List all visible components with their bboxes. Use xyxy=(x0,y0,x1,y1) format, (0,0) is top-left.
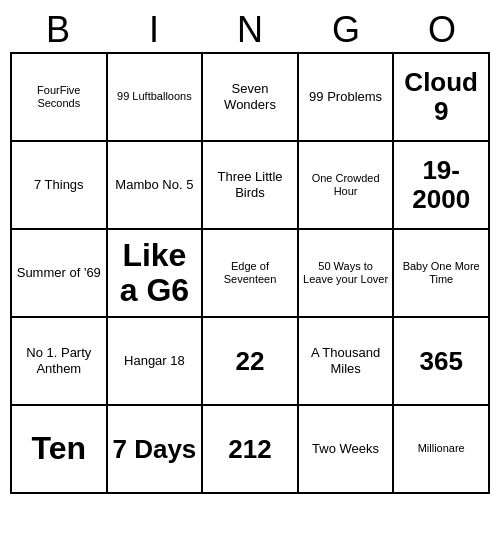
cell-17[interactable]: 22 xyxy=(203,318,299,406)
header-o: O xyxy=(394,8,490,52)
cell-3[interactable]: 99 Problems xyxy=(299,54,395,142)
header-b: B xyxy=(10,8,106,52)
cell-9[interactable]: 19-2000 xyxy=(394,142,490,230)
cell-10[interactable]: Summer of '69 xyxy=(12,230,108,318)
cell-1[interactable]: 99 Luftballoons xyxy=(108,54,204,142)
header-n: N xyxy=(202,8,298,52)
cell-21[interactable]: 7 Days xyxy=(108,406,204,494)
cell-0[interactable]: FourFive Seconds xyxy=(12,54,108,142)
cell-23[interactable]: Two Weeks xyxy=(299,406,395,494)
cell-5[interactable]: 7 Things xyxy=(12,142,108,230)
cell-22[interactable]: 212 xyxy=(203,406,299,494)
cell-13[interactable]: 50 Ways to Leave your Lover xyxy=(299,230,395,318)
cell-15[interactable]: No 1. Party Anthem xyxy=(12,318,108,406)
cell-7[interactable]: Three Little Birds xyxy=(203,142,299,230)
bingo-card: B I N G O FourFive Seconds 99 Luftballoo… xyxy=(10,8,490,494)
cell-18[interactable]: A Thousand Miles xyxy=(299,318,395,406)
cell-24[interactable]: Millionare xyxy=(394,406,490,494)
cell-12[interactable]: Edge of Seventeen xyxy=(203,230,299,318)
cell-20[interactable]: Ten xyxy=(12,406,108,494)
header-g: G xyxy=(298,8,394,52)
cell-11[interactable]: Like a G6 xyxy=(108,230,204,318)
cell-14[interactable]: Baby One More Time xyxy=(394,230,490,318)
bingo-header: B I N G O xyxy=(10,8,490,52)
cell-2[interactable]: Seven Wonders xyxy=(203,54,299,142)
cell-8[interactable]: One Crowded Hour xyxy=(299,142,395,230)
header-i: I xyxy=(106,8,202,52)
cell-4[interactable]: Cloud 9 xyxy=(394,54,490,142)
cell-19[interactable]: 365 xyxy=(394,318,490,406)
bingo-grid: FourFive Seconds 99 Luftballoons Seven W… xyxy=(10,52,490,494)
cell-16[interactable]: Hangar 18 xyxy=(108,318,204,406)
cell-6[interactable]: Mambo No. 5 xyxy=(108,142,204,230)
